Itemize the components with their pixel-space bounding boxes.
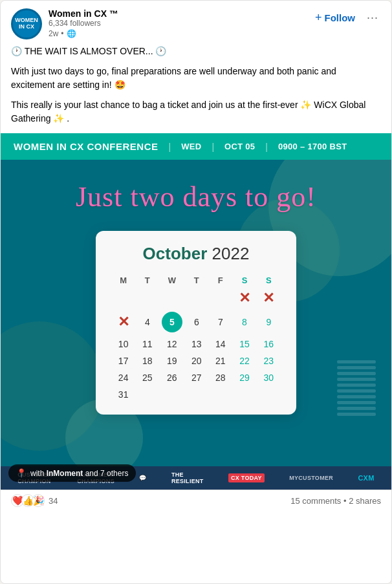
cal-cell-22: 22 (232, 352, 256, 369)
calendar-card: October 2022 M T W T F S S (96, 231, 296, 415)
reactions-left: ❤️ 👍 🎉 34 (11, 494, 58, 507)
conf-conference: CONFERENCE (87, 141, 158, 152)
cal-cell-19: 19 (159, 352, 184, 369)
cal-cell-6: 6 (184, 308, 208, 336)
cross-mark: ✕ (239, 290, 250, 306)
conf-date: OCT 05 (224, 142, 255, 151)
day-header-sat: S (232, 273, 256, 288)
cal-cell-26: 26 (159, 369, 184, 386)
stripe-decoration (337, 360, 376, 418)
cal-cell-25: 25 (135, 369, 159, 386)
org-name[interactable]: Women in CX ™ (49, 8, 305, 19)
post-line3: This really is your last chance to bag a… (11, 98, 381, 125)
cal-cell-8: 8 (232, 308, 256, 336)
post-header: WOMENIN CX Women in CX ™ 6,334 followers… (1, 1, 391, 45)
cal-cell-empty (184, 386, 208, 403)
cal-cell-17: 17 (111, 352, 135, 369)
avatar[interactable]: WOMENIN CX (11, 8, 42, 39)
avatar-image: WOMENIN CX (13, 10, 40, 38)
cal-cell-27: 27 (184, 369, 208, 386)
with-badge-text: with InMoment and 7 others (30, 469, 128, 478)
cal-cell-20: 20 (184, 352, 208, 369)
cal-cell-16: 16 (257, 336, 281, 352)
reaction-icons: ❤️ 👍 🎉 (11, 494, 45, 507)
conf-sep2: | (212, 142, 214, 152)
cal-cell-11: 11 (135, 336, 159, 352)
cal-cell-empty (159, 386, 184, 403)
post-line1: 🕐 THE WAIT IS ALMOST OVER... 🕐 (11, 45, 381, 58)
cal-cell (111, 288, 135, 308)
cal-cell-empty (232, 386, 256, 403)
brand-logo-7: CXM (358, 474, 374, 482)
post-time: 2w (49, 29, 58, 38)
cal-cell-24: 24 (111, 369, 135, 386)
cal-cell-sun-1: ✕ (257, 288, 281, 308)
post-meta: 2w • 🌐 (49, 29, 305, 38)
cal-cell-28: 28 (208, 369, 232, 386)
calendar-month-year: October 2022 (111, 244, 281, 264)
cal-row-6: 31 (111, 386, 281, 403)
highlighted-day: 5 (162, 312, 182, 332)
cal-cell-15: 15 (232, 336, 256, 352)
conference-title: WOMEN IN CX CONFERENCE (14, 141, 158, 152)
reaction-bar: ❤️ 👍 🎉 34 15 comments • 2 shares (1, 490, 391, 511)
cal-cell-3: ✕ (111, 308, 135, 336)
day-header-wed: W (159, 273, 184, 288)
brand-logo-4: THERESILIENT (171, 471, 204, 484)
cal-cell-14: 14 (208, 336, 232, 352)
cal-cell-18: 18 (135, 352, 159, 369)
with-badge: 📍 with InMoment and 7 others (8, 464, 136, 482)
globe-icon: 🌐 (67, 29, 76, 38)
cal-cell-31: 31 (111, 386, 135, 403)
plus-icon: + (315, 11, 322, 25)
cal-row-1: ✕ ✕ (111, 288, 281, 308)
day-header-mon: M (111, 273, 135, 288)
day-header-thu: T (184, 273, 208, 288)
cal-cell-21: 21 (208, 352, 232, 369)
more-button[interactable]: ··· (364, 8, 381, 27)
calendar-grid: M T W T F S S (111, 273, 281, 403)
post-card: WOMENIN CX Women in CX ™ 6,334 followers… (0, 0, 392, 584)
reactions-right: 15 comments • 2 shares (290, 496, 381, 506)
conf-day: WED (181, 142, 201, 151)
followers-count: 6,334 followers (49, 19, 305, 28)
cal-row-4: 17 18 19 20 21 22 23 (111, 352, 281, 369)
reaction-count: 34 (49, 496, 58, 506)
header-actions: + Follow ··· (311, 8, 381, 27)
cal-cell (135, 288, 159, 308)
day-header-sun: S (257, 273, 281, 288)
conf-sep1: | (169, 142, 171, 152)
cal-cell (159, 288, 184, 308)
conf-women-in: WOMEN IN CX (14, 141, 87, 152)
brand-logo-6: MYCUSTOMER (289, 475, 333, 481)
cal-row-2: ✕ 4 5 6 7 8 9 (111, 308, 281, 336)
script-heading: Just two days to go! (1, 180, 391, 213)
cal-cell-5: 5 (159, 308, 184, 336)
cal-cell-4: 4 (135, 308, 159, 336)
day-header-fri: F (208, 273, 232, 288)
reaction-celebrate: 🎉 (32, 494, 45, 507)
comments-count[interactable]: 15 comments (290, 496, 341, 506)
conf-time: 0900 – 1700 BST (278, 142, 347, 151)
cal-cell (208, 288, 232, 308)
brand-logo-5: CX TODAY (228, 473, 265, 482)
pin-icon: 📍 (16, 468, 27, 478)
cal-cell-9: 9 (257, 308, 281, 336)
event-image: Just two days to go! October 2022 M T W … (1, 160, 391, 490)
cal-cell-empty (257, 386, 281, 403)
brand-logo-3: 💬 (139, 475, 146, 481)
cross-mark: ✕ (263, 290, 274, 306)
month-name: October (143, 244, 208, 263)
conference-banner: WOMEN IN CX CONFERENCE | WED | OCT 05 | … (1, 133, 391, 160)
cal-cell-7: 7 (208, 308, 232, 336)
follow-button[interactable]: + Follow (311, 8, 359, 27)
cal-cell-13: 13 (184, 336, 208, 352)
cal-cell-empty (135, 386, 159, 403)
cal-row-3: 10 11 12 13 14 15 16 (111, 336, 281, 352)
post-body: 🕐 THE WAIT IS ALMOST OVER... 🕐 With just… (1, 45, 391, 133)
cal-cell-sat-1: ✕ (232, 288, 256, 308)
cal-cell-empty (208, 386, 232, 403)
shares-count[interactable]: 2 shares (349, 496, 381, 506)
cal-cell-23: 23 (257, 352, 281, 369)
follow-label: Follow (324, 12, 355, 23)
